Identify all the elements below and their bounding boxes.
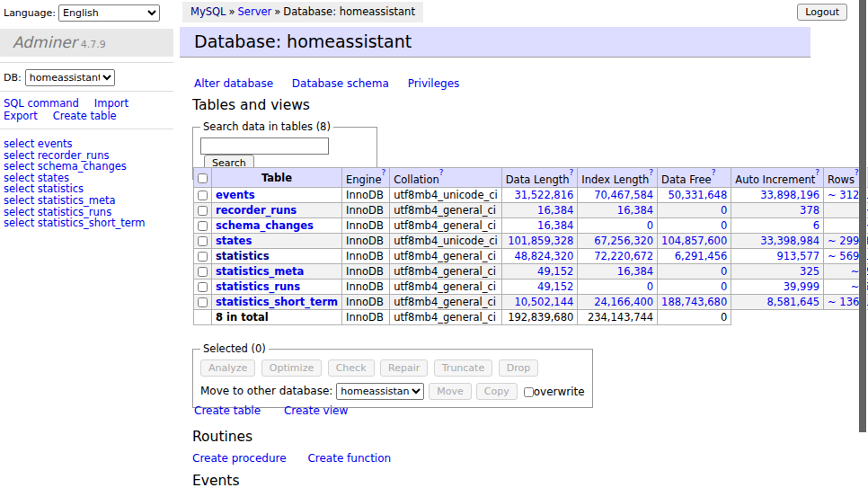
collation-help-icon[interactable]: ? [439, 168, 444, 177]
auto-increment-link[interactable]: 6 [813, 219, 819, 232]
breadcrumb-separator: » [229, 5, 235, 18]
data-free-link[interactable]: 0 [721, 219, 727, 232]
data-length-help-icon[interactable]: ? [570, 168, 574, 177]
import-link[interactable]: Import [94, 97, 128, 110]
auto-increment-link[interactable]: 325 [800, 265, 819, 278]
sidebar-item-select-statistics-short-term[interactable]: select statistics_short_term [4, 217, 145, 229]
table-link[interactable]: statistics_short_term [216, 296, 338, 308]
table-link[interactable]: events [216, 189, 255, 201]
move-db-select[interactable]: homeassistant [336, 383, 424, 400]
table-row-schema-changes: schema_changes InnoDB utf8mb4_general_ci… [194, 218, 868, 234]
data-free-link[interactable]: 0 [721, 265, 727, 278]
table-link[interactable]: recorder_runs [216, 204, 297, 217]
auto-increment-help-icon[interactable]: ? [815, 168, 819, 177]
scrollbar[interactable] [859, 0, 867, 488]
auto-increment-link[interactable]: 913,577 [776, 250, 819, 262]
index-length-link[interactable]: 70,467,584 [594, 189, 653, 201]
sidebar-divider [0, 91, 173, 92]
data-free-link[interactable]: 0 [721, 204, 727, 217]
breadcrumb-mysql-link[interactable]: MySQL [190, 5, 226, 18]
index-length-link[interactable]: 67,256,320 [594, 235, 653, 247]
engine-cell: InnoDB [342, 279, 390, 295]
table-link[interactable]: schema_changes [216, 219, 314, 232]
total-index-length: 234,143,744 [578, 310, 658, 325]
data-length-link[interactable]: 48,824,320 [514, 250, 573, 262]
alter-database-link[interactable]: Alter database [194, 77, 273, 90]
grid-header-row: Table Engine? Collation? Data Length? In… [194, 168, 868, 188]
table-row-states: states InnoDB utf8mb4_unicode_ci 101,859… [194, 234, 868, 249]
data-free-help-icon[interactable]: ? [712, 168, 716, 177]
breadcrumb-current: Database: homeassistant [283, 5, 415, 18]
index-length-link[interactable]: 24,166,400 [594, 296, 653, 308]
table-row-statistics-short-term: statistics_short_term InnoDB utf8mb4_gen… [194, 295, 868, 310]
engine-help-icon[interactable]: ? [381, 168, 385, 177]
data-free-link[interactable]: 104,857,600 [661, 235, 727, 247]
total-data-length: 192,839,680 [501, 310, 578, 325]
create-links-row: Create table Create view [194, 404, 368, 417]
table-row-statistics-runs: statistics_runs InnoDB utf8mb4_general_c… [194, 279, 868, 295]
row-checkbox[interactable] [198, 191, 208, 200]
index-length-link[interactable]: 72,220,672 [594, 250, 653, 262]
row-checkbox[interactable] [198, 236, 208, 246]
index-length-link[interactable]: 0 [647, 219, 653, 232]
auto-increment-link[interactable]: 378 [800, 204, 819, 217]
scrollbar-thumb[interactable] [859, 0, 866, 432]
data-free-link[interactable]: 188,743,680 [661, 296, 727, 308]
create-view-link[interactable]: Create view [284, 404, 348, 417]
data-length-link[interactable]: 10,502,144 [514, 296, 573, 308]
table-link[interactable]: statistics_meta [216, 265, 304, 278]
search-input[interactable] [200, 138, 329, 155]
drop-button: Drop [499, 359, 538, 377]
data-length-link[interactable]: 49,152 [537, 280, 573, 293]
create-table-link[interactable]: Create table [194, 404, 261, 417]
index-length-link[interactable]: 16,384 [617, 204, 653, 217]
database-schema-link[interactable]: Database schema [292, 77, 389, 90]
sql-command-link[interactable]: SQL command [4, 97, 79, 110]
db-select[interactable]: homeassistant [25, 69, 115, 86]
sidebar-item-select-schema-changes[interactable]: select schema_changes [4, 161, 145, 173]
data-length-link[interactable]: 49,152 [537, 265, 573, 278]
row-checkbox[interactable] [198, 282, 208, 292]
data-free-link[interactable]: 6,291,456 [675, 250, 728, 262]
privileges-link[interactable]: Privileges [408, 77, 460, 90]
overwrite-checkbox[interactable] [524, 387, 534, 397]
table-link[interactable]: statistics [216, 250, 270, 262]
data-length-link[interactable]: 31,522,816 [514, 189, 573, 201]
table-link[interactable]: statistics_runs [216, 280, 300, 293]
data-length-link[interactable]: 16,384 [537, 219, 573, 232]
data-length-link[interactable]: 101,859,328 [508, 235, 573, 247]
table-link[interactable]: states [216, 235, 252, 247]
check-button: Check [328, 359, 375, 377]
index-length-link[interactable]: 16,384 [617, 265, 653, 278]
auto-increment-link[interactable]: 39,999 [784, 280, 819, 293]
row-checkbox[interactable] [198, 297, 208, 307]
logout-button[interactable]: Logout [797, 4, 847, 21]
auto-increment-link[interactable]: 33,398,984 [760, 235, 819, 247]
auto-increment-link[interactable]: 33,898,196 [760, 189, 819, 201]
index-length-link[interactable]: 0 [647, 280, 653, 293]
select-all-checkbox[interactable] [198, 173, 208, 183]
export-link[interactable]: Export [4, 110, 38, 122]
data-free-link[interactable]: 50,331,648 [668, 189, 727, 201]
row-checkbox[interactable] [198, 252, 208, 262]
row-checkbox[interactable] [198, 206, 208, 216]
move-button: Move [429, 383, 472, 400]
tables-grid: Table Engine? Collation? Data Length? In… [193, 167, 868, 325]
row-checkbox[interactable] [198, 267, 208, 277]
db-label: DB: [4, 72, 22, 84]
sidebar-item-select-statistics-meta[interactable]: select statistics_meta [4, 195, 145, 207]
create-function-link[interactable]: Create function [307, 452, 391, 465]
create-procedure-link[interactable]: Create procedure [192, 452, 287, 465]
breadcrumb-server-link[interactable]: Server [238, 5, 272, 18]
sidebar-item-select-events[interactable]: select events [4, 138, 145, 150]
data-length-link[interactable]: 16,384 [537, 204, 573, 217]
auto-increment-link[interactable]: 8,581,645 [767, 296, 820, 308]
language-select[interactable]: English [58, 4, 160, 22]
create-table-link-sidebar[interactable]: Create table [53, 110, 117, 122]
optimize-button: Optimize [261, 359, 322, 377]
collation-cell: utf8mb4_unicode_ci [390, 188, 502, 203]
data-free-link[interactable]: 0 [721, 280, 727, 293]
index-length-help-icon[interactable]: ? [649, 168, 653, 177]
row-checkbox[interactable] [198, 221, 208, 231]
database-actions: Alter database Database schema Privilege… [194, 77, 474, 90]
